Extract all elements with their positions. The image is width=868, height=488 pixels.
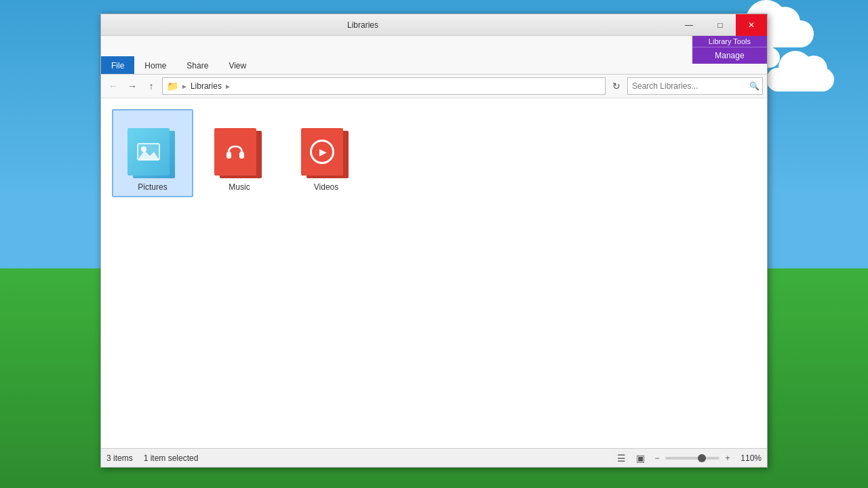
svg-rect-3 (226, 152, 231, 159)
title-bar: Libraries — □ ✕ (101, 14, 767, 36)
search-input[interactable] (628, 81, 746, 91)
videos-label: Videos (314, 182, 338, 192)
status-info: 3 items 1 item selected (106, 453, 198, 463)
status-bar: 3 items 1 item selected ☰ ▣ − + 110% (101, 448, 767, 467)
zoom-thumb[interactable] (698, 454, 706, 462)
music-label: Music (229, 182, 250, 192)
selection-status: 1 item selected (144, 453, 199, 463)
tab-manage[interactable]: Manage (692, 47, 767, 64)
zoom-controls: − + (652, 453, 733, 464)
address-bar: ← → ↑ 📁 ► Libraries ► ↻ 🔍 (101, 75, 767, 98)
close-button[interactable]: ✕ (736, 14, 767, 36)
breadcrumb-chevron-2: ► (224, 83, 231, 90)
zoom-in-button[interactable]: + (722, 453, 733, 464)
window-title: Libraries (106, 20, 619, 30)
pictures-label: Pictures (138, 182, 167, 192)
tab-share[interactable]: Share (176, 56, 218, 74)
status-controls: ☰ ▣ − + 110% (614, 451, 762, 466)
tab-file[interactable]: File (101, 56, 134, 74)
music-icon (212, 119, 267, 180)
search-icon-button[interactable]: 🔍 (746, 78, 762, 94)
svg-point-1 (141, 146, 146, 152)
cloud-3 (766, 68, 834, 92)
list-item-videos[interactable]: ▶ Videos (285, 109, 367, 197)
list-item-pictures[interactable]: Pictures (112, 109, 193, 197)
pictures-icon (125, 119, 180, 180)
svg-rect-4 (239, 152, 244, 159)
breadcrumb-libraries[interactable]: Libraries (191, 81, 222, 91)
zoom-level: 110% (737, 453, 762, 463)
minimize-button[interactable]: — (673, 14, 705, 36)
search-box[interactable]: 🔍 (627, 77, 763, 95)
zoom-out-button[interactable]: − (652, 453, 663, 464)
play-circle: ▶ (310, 140, 334, 164)
explorer-window: Libraries — □ ✕ File Home Share View Lib… (100, 14, 768, 468)
back-button[interactable]: ← (105, 78, 121, 94)
zoom-slider[interactable] (665, 457, 719, 460)
address-box[interactable]: 📁 ► Libraries ► (162, 77, 606, 95)
content-area: Pictures Music (101, 98, 767, 448)
breadcrumb-chevron-1: ► (181, 83, 188, 90)
details-view-button[interactable]: ☰ (614, 451, 629, 466)
maximize-button[interactable]: □ (705, 14, 736, 36)
forward-button[interactable]: → (124, 78, 140, 94)
item-count: 3 items (106, 453, 133, 463)
folder-icon: 📁 (167, 81, 178, 92)
tab-home[interactable]: Home (134, 56, 176, 74)
refresh-button[interactable]: ↻ (608, 78, 625, 94)
list-item-music[interactable]: Music (199, 109, 280, 197)
large-icons-view-button[interactable]: ▣ (633, 451, 648, 466)
library-tools-label: Library Tools (692, 36, 767, 47)
videos-icon: ▶ (299, 119, 353, 180)
tab-view[interactable]: View (218, 56, 256, 74)
window-controls: — □ ✕ (673, 14, 767, 35)
ribbon: File Home Share View Library Tools Manag… (101, 36, 767, 75)
up-button[interactable]: ↑ (143, 78, 159, 94)
